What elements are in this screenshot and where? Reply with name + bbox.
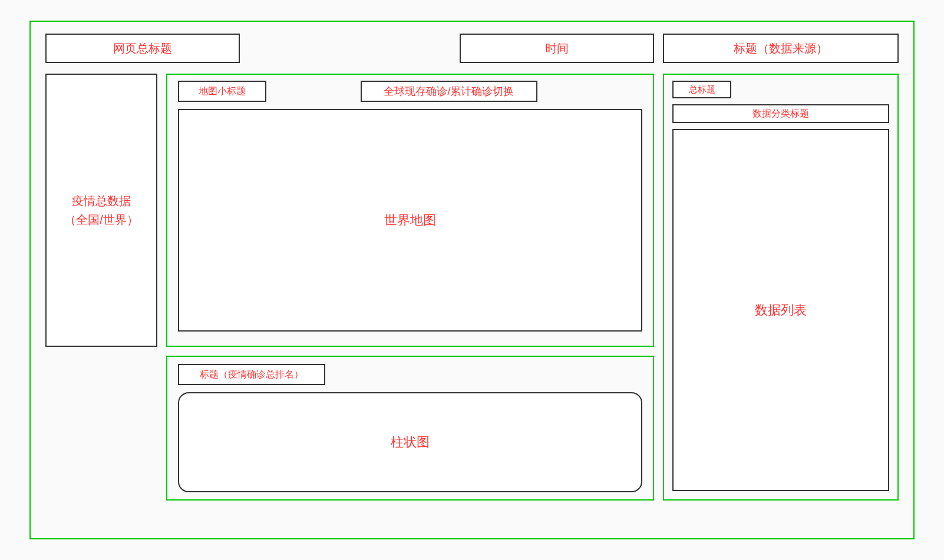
bar-chart-label: 柱状图 xyxy=(391,433,430,451)
wireframe-outer-frame: 网页总标题 时间 标题（数据来源） 疫情总数据 （全国/世界） 地图小标题 xyxy=(29,21,915,539)
page-title-box: 网页总标题 xyxy=(45,34,240,63)
time-box: 时间 xyxy=(460,34,654,63)
map-subtitle-label: 地图小标题 xyxy=(199,85,246,98)
map-zone: 地图小标题 全球现存确诊/累计确诊切换 世界地图 xyxy=(166,74,654,347)
epidemic-summary-label: 疫情总数据 （全国/世界） xyxy=(64,191,138,229)
rank-title-label: 标题（疫情确诊总排名） xyxy=(200,369,303,381)
data-source-label: 标题（数据来源） xyxy=(734,41,828,57)
right-column: 总标题 数据分类标题 数据列表 xyxy=(663,74,899,501)
right-total-title-label: 总标题 xyxy=(689,84,715,95)
header-row: 网页总标题 时间 标题（数据来源） xyxy=(45,34,899,63)
main-row: 疫情总数据 （全国/世界） 地图小标题 全球现存确诊/累计确诊切换 世界地图 xyxy=(45,74,899,501)
world-map-canvas: 世界地图 xyxy=(178,109,642,332)
world-map-label: 世界地图 xyxy=(384,211,436,229)
map-subtitle-box: 地图小标题 xyxy=(178,81,266,102)
map-toggle-box[interactable]: 全球现存确诊/累计确诊切换 xyxy=(361,81,537,102)
map-top-row: 地图小标题 全球现存确诊/累计确诊切换 xyxy=(178,81,642,102)
right-category-title-box: 数据分类标题 xyxy=(672,104,889,123)
rank-title-box: 标题（疫情确诊总排名） xyxy=(178,364,325,385)
right-panel: 总标题 数据分类标题 数据列表 xyxy=(663,74,899,501)
data-source-title-box: 标题（数据来源） xyxy=(663,34,899,63)
right-total-title-box: 总标题 xyxy=(672,81,731,98)
time-label: 时间 xyxy=(545,41,569,57)
header-spacer xyxy=(249,34,451,63)
epidemic-summary-panel: 疫情总数据 （全国/世界） xyxy=(45,74,157,347)
data-list-box: 数据列表 xyxy=(672,129,889,491)
left-column: 疫情总数据 （全国/世界） xyxy=(45,74,157,501)
page-title-label: 网页总标题 xyxy=(113,41,172,57)
center-column: 地图小标题 全球现存确诊/累计确诊切换 世界地图 标题（疫情确诊总排名） 柱状图 xyxy=(166,74,654,501)
data-list-label: 数据列表 xyxy=(755,301,807,319)
map-toggle-label: 全球现存确诊/累计确诊切换 xyxy=(384,84,514,98)
right-category-title-label: 数据分类标题 xyxy=(752,108,809,120)
rank-zone: 标题（疫情确诊总排名） 柱状图 xyxy=(166,356,654,501)
bar-chart-box: 柱状图 xyxy=(178,392,642,492)
